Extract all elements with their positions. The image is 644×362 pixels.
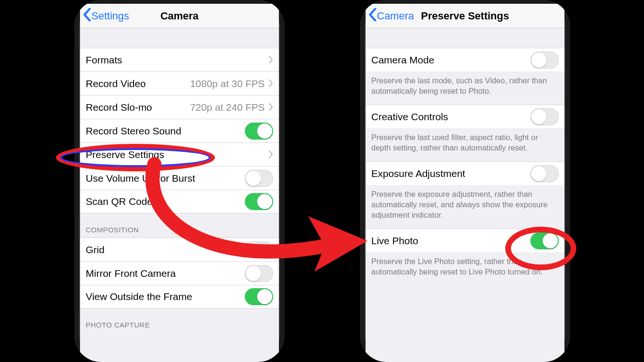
row-label: Use Volume Up for Burst <box>86 173 245 184</box>
section-header-composition: COMPOSITION <box>80 213 279 238</box>
row-record-slomo[interactable]: Record Slo-mo 720p at 240 FPS <box>80 95 279 119</box>
screen-camera-settings: Settings Camera Formats Record Video 108… <box>80 4 279 362</box>
footer-live-photo: Preserve the Live Photo setting, rather … <box>366 252 564 285</box>
chevron-right-icon <box>268 149 273 160</box>
row-label: View Outside the Frame <box>86 291 245 302</box>
chevron-left-icon <box>83 8 91 24</box>
toggle-view-outside[interactable] <box>245 288 273 305</box>
toggle-exposure[interactable] <box>530 165 559 182</box>
row-label: Exposure Adjustment <box>371 168 530 179</box>
footer-creative-controls: Preserve the last used filter, aspect ra… <box>366 128 564 161</box>
row-exposure-adjustment: Exposure Adjustment <box>366 161 564 185</box>
row-preserve-settings[interactable]: Preserve Settings <box>80 142 279 166</box>
row-value: 1080p at 30 FPS <box>190 78 265 89</box>
toggle-mirror-front[interactable] <box>245 265 273 282</box>
navbar-camera: Settings Camera <box>80 4 279 28</box>
row-label: Grid <box>86 244 245 256</box>
chevron-right-icon <box>268 78 273 89</box>
row-volume-burst: Use Volume Up for Burst <box>80 166 279 190</box>
toggle-grid[interactable] <box>245 241 273 258</box>
back-button-settings[interactable]: Settings <box>83 8 129 24</box>
back-label: Settings <box>91 10 129 22</box>
chevron-left-icon <box>368 8 377 24</box>
toggle-camera-mode[interactable] <box>530 52 559 69</box>
row-live-photo: Live Photo <box>366 229 564 252</box>
back-label: Camera <box>377 10 414 22</box>
group-spacer <box>366 28 564 48</box>
toggle-stereo-sound[interactable] <box>245 123 273 140</box>
row-view-outside-frame: View Outside the Frame <box>80 285 279 309</box>
row-scan-qr: Scan QR Codes <box>80 190 279 213</box>
row-label: Record Stereo Sound <box>86 125 245 137</box>
row-label: Live Photo <box>371 235 530 247</box>
group-spacer <box>80 28 279 48</box>
row-label: Mirror Front Camera <box>86 268 245 279</box>
chevron-right-icon <box>268 54 273 66</box>
row-label: Camera Mode <box>371 54 530 66</box>
toggle-live-photo[interactable] <box>530 232 559 249</box>
row-label: Record Video <box>86 78 190 89</box>
row-label: Formats <box>86 54 267 66</box>
row-record-video[interactable]: Record Video 1080p at 30 FPS <box>80 71 279 95</box>
toggle-scan-qr[interactable] <box>245 193 273 210</box>
row-creative-controls: Creative Controls <box>366 105 564 128</box>
chevron-right-icon <box>268 102 273 113</box>
row-mirror-front: Mirror Front Camera <box>80 261 279 285</box>
row-camera-mode: Camera Mode <box>366 48 564 71</box>
footer-exposure: Preserve the exposure adjustment, rather… <box>366 185 564 229</box>
row-label: Scan QR Codes <box>86 196 245 207</box>
row-formats[interactable]: Formats <box>80 48 279 71</box>
footer-camera-mode: Preserve the last mode, such as Video, r… <box>366 71 564 105</box>
row-label: Creative Controls <box>371 111 530 123</box>
navbar-preserve: Camera Preserve Settings <box>366 4 564 28</box>
phone-frame-left: Settings Camera Formats Record Video 108… <box>74 0 285 362</box>
screen-preserve-settings: Camera Preserve Settings Camera Mode Pre… <box>366 4 564 362</box>
row-grid: Grid <box>80 238 279 261</box>
back-button-camera[interactable]: Camera <box>368 8 414 24</box>
phone-frame-right: Camera Preserve Settings Camera Mode Pre… <box>360 0 570 362</box>
row-label: Preserve Settings <box>86 149 267 160</box>
toggle-creative-controls[interactable] <box>530 108 559 125</box>
row-label: Record Slo-mo <box>86 102 190 113</box>
section-header-photo-capture: PHOTO CAPTURE <box>80 309 279 333</box>
toggle-volume-burst[interactable] <box>245 170 273 187</box>
row-value: 720p at 240 FPS <box>190 102 265 113</box>
row-stereo-sound: Record Stereo Sound <box>80 119 279 142</box>
